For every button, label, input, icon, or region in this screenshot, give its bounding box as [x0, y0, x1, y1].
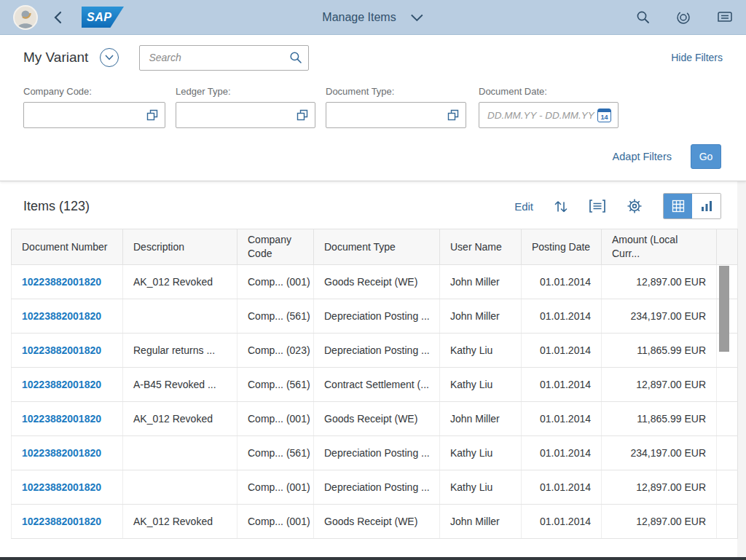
- table-cell: 234,197.00 EUR: [602, 436, 717, 470]
- table-cell-spacer: [717, 470, 738, 505]
- document-number-link[interactable]: 10223882001820: [22, 516, 101, 527]
- document-date-input[interactable]: DD.MM.YY - DD.MM.YY 14: [479, 102, 619, 128]
- column-header-user-name[interactable]: User Name: [440, 229, 522, 265]
- column-header-document-type[interactable]: Document Type: [314, 229, 440, 265]
- table-cell: Kathy Liu: [440, 436, 522, 470]
- view-switch: [663, 193, 721, 219]
- vertical-scrollbar-thumb[interactable]: [719, 266, 729, 352]
- filter-document-date: Document Date: DD.MM.YY - DD.MM.YY 14: [479, 86, 619, 128]
- table-cell: Kathy Liu: [440, 334, 522, 368]
- document-number-link[interactable]: 10223882001820: [22, 344, 101, 356]
- table-cell: 10223882001820: [12, 368, 123, 402]
- chevron-down-icon[interactable]: [411, 14, 424, 22]
- column-header-posting-date[interactable]: Posting Date: [522, 229, 602, 265]
- column-header-company-code[interactable]: Company Code: [237, 229, 314, 265]
- table-cell: 01.01.2014: [522, 368, 602, 402]
- search-icon[interactable]: [636, 10, 650, 24]
- shell-header: SAP Manage Items: [0, 0, 746, 35]
- table-body: 10223882001820AK_012 RevokedComp... (001…: [12, 265, 738, 539]
- table-cell: 10223882001820: [12, 265, 123, 299]
- variant-select-button[interactable]: [100, 48, 119, 67]
- group-settings-icon[interactable]: [589, 199, 606, 213]
- table-row: 10223882001820Comp... (561)Depreciation …: [12, 436, 738, 470]
- date-placeholder: DD.MM.YY - DD.MM.YY: [487, 110, 597, 121]
- shell-icon-group: [636, 10, 733, 25]
- table-cell: A-B45 Revoked ...: [123, 368, 237, 402]
- document-number-link[interactable]: 10223882001820: [22, 481, 101, 493]
- document-number-link[interactable]: 10223882001820: [22, 413, 101, 425]
- edit-button[interactable]: Edit: [514, 200, 533, 213]
- chevron-down-icon: [105, 55, 114, 60]
- value-help-icon[interactable]: [297, 109, 308, 121]
- column-header-document-number[interactable]: Document Number: [12, 229, 123, 265]
- table-toolbar: Edit: [514, 193, 721, 219]
- table-row: 10223882001820AK_012 RevokedComp... (001…: [12, 505, 738, 539]
- document-number-link[interactable]: 10223882001820: [22, 447, 101, 459]
- table-row: 10223882001820Regular returns ...Comp...…: [12, 334, 738, 368]
- filter-label: Document Date:: [479, 86, 619, 97]
- table-cell: Comp... (023): [237, 334, 314, 368]
- table-cell: Comp... (561): [237, 368, 314, 402]
- copilot-icon[interactable]: [676, 10, 691, 25]
- table-cell: Comp... (001): [237, 265, 314, 299]
- company-code-input[interactable]: [23, 102, 165, 128]
- document-number-link[interactable]: 10223882001820: [22, 379, 101, 390]
- table-view-button[interactable]: [664, 194, 692, 218]
- column-header-description[interactable]: Description: [123, 229, 237, 265]
- table-row: 10223882001820Comp... (561)Depreciation …: [12, 299, 738, 334]
- filter-label: Document Type:: [326, 86, 466, 97]
- table-cell: Kathy Liu: [440, 470, 522, 505]
- table-cell: Goods Receipt (WE): [314, 402, 440, 436]
- menu-icon[interactable]: [717, 11, 733, 24]
- back-button[interactable]: [52, 11, 63, 24]
- table-cell: 01.01.2014: [522, 470, 602, 505]
- value-help-icon[interactable]: [146, 109, 158, 121]
- table-cell: 10223882001820: [12, 436, 123, 470]
- table-cell: 01.01.2014: [522, 505, 602, 539]
- chevron-left-icon: [52, 11, 63, 24]
- grid-icon: [672, 200, 685, 213]
- hide-filters-link[interactable]: Hide Filters: [671, 52, 723, 63]
- search-input[interactable]: [149, 52, 289, 63]
- table-row: 10223882001820AK_012 RevokedComp... (001…: [12, 265, 738, 299]
- chart-view-button[interactable]: [692, 194, 721, 218]
- variant-row: My Variant Hide Filters: [23, 41, 723, 74]
- table-cell: 10223882001820: [12, 505, 123, 539]
- search-icon[interactable]: [289, 51, 302, 64]
- document-number-link[interactable]: 10223882001820: [22, 276, 101, 288]
- filter-company-code: Company Code:: [23, 86, 165, 128]
- ledger-type-input[interactable]: [176, 102, 315, 128]
- table-cell: Depreciation Posting ...: [314, 299, 440, 334]
- table-cell: Comp... (561): [237, 299, 314, 334]
- table-header-row: Document Number Description Company Code…: [12, 229, 738, 265]
- table-cell: Goods Receipt (WE): [314, 265, 440, 299]
- table-cell: Comp... (001): [237, 402, 314, 436]
- table-cell: 10223882001820: [12, 470, 123, 505]
- document-type-input[interactable]: [326, 102, 466, 128]
- table-cell: [123, 436, 237, 470]
- go-button[interactable]: Go: [691, 144, 721, 169]
- table-cell: Regular returns ...: [123, 334, 237, 368]
- app-title-group[interactable]: Manage Items: [322, 0, 423, 35]
- value-help-icon[interactable]: [447, 109, 459, 121]
- sort-icon[interactable]: [554, 199, 568, 213]
- user-avatar[interactable]: [13, 5, 38, 30]
- table-cell: John Miller: [440, 402, 522, 436]
- table-cell: Goods Receipt (WE): [314, 505, 440, 539]
- table-cell: 10223882001820: [12, 334, 123, 368]
- document-number-link[interactable]: 10223882001820: [22, 310, 101, 322]
- calendar-icon[interactable]: 14: [597, 109, 611, 122]
- variant-title[interactable]: My Variant: [23, 50, 88, 66]
- search-field[interactable]: [139, 45, 309, 71]
- table-cell: [123, 470, 237, 505]
- sap-logo[interactable]: SAP: [82, 7, 124, 28]
- table-cell-spacer: [717, 436, 738, 470]
- table-cell: 12,897.00 EUR: [602, 265, 717, 299]
- table-row: 10223882001820Comp... (001)Depreciation …: [12, 470, 738, 505]
- table-cell: 01.01.2014: [522, 436, 602, 470]
- column-header-amount[interactable]: Amount (Local Curr...: [602, 229, 717, 265]
- filter-label: Ledger Type:: [176, 86, 315, 97]
- table-row: 10223882001820AK_012 RevokedComp... (001…: [12, 402, 738, 436]
- adapt-filters-link[interactable]: Adapt Filters: [613, 151, 672, 162]
- settings-gear-icon[interactable]: [627, 198, 643, 214]
